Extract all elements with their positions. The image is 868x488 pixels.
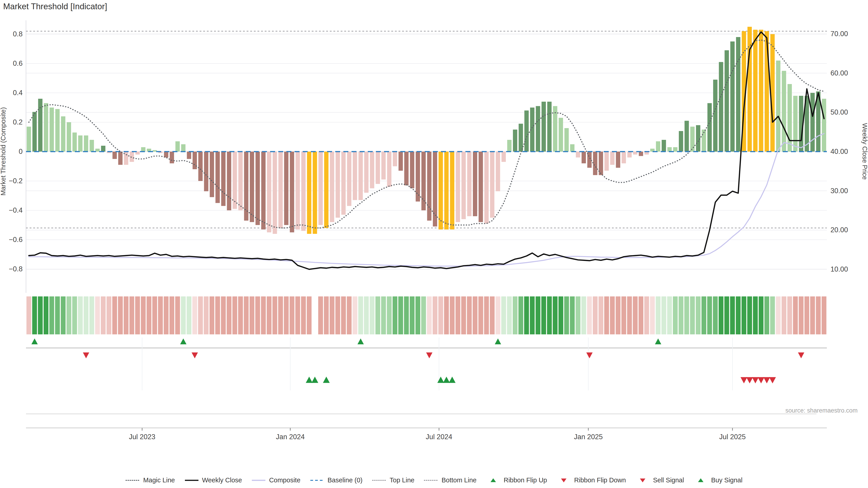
ribbon-cell: [702, 296, 706, 334]
ribbon-flip-up-marker: [655, 338, 661, 344]
composite-line: [29, 133, 824, 266]
line-swatch-icon: [184, 477, 199, 484]
threshold-bar: [490, 152, 494, 218]
buy-signal-marker: [311, 377, 318, 383]
threshold-bar: [61, 116, 65, 152]
ribbon-cell: [456, 296, 460, 334]
threshold-bar: [427, 152, 432, 221]
ribbon-cell: [55, 296, 60, 334]
legend-item-label: Composite: [269, 477, 301, 484]
legend-item: Ribbon Flip Up: [486, 477, 547, 484]
ribbon-cell: [593, 296, 597, 334]
ribbon-cell: [559, 296, 563, 334]
ribbon-cell: [358, 296, 363, 334]
x-tick-label: Jul 2024: [426, 433, 452, 441]
left-tick-label: −0.6: [9, 236, 23, 243]
ribbon-cell: [106, 296, 111, 334]
threshold-bar: [582, 152, 586, 163]
threshold-bar: [444, 152, 448, 230]
ribbon-cell: [295, 296, 300, 334]
ribbon-cell: [639, 296, 643, 334]
threshold-bar: [90, 140, 94, 152]
legend-item: Sell Signal: [636, 477, 684, 484]
ribbon-cell: [141, 296, 146, 334]
legend-item-label: Ribbon Flip Down: [574, 477, 626, 484]
ribbon-cell: [158, 296, 163, 334]
legend-item-label: Baseline (0): [328, 477, 363, 484]
threshold-bar: [787, 84, 792, 152]
threshold-bar: [296, 152, 300, 230]
ribbon-cell: [535, 296, 540, 334]
threshold-bar: [181, 144, 185, 152]
ribbon-cell: [650, 296, 655, 334]
threshold-bar: [227, 152, 231, 210]
legend-item: Bottom Line: [424, 477, 476, 484]
threshold-bar: [255, 152, 260, 225]
ribbon-cell: [250, 296, 254, 334]
threshold-bar: [244, 152, 248, 221]
threshold-bar: [507, 140, 512, 152]
threshold-bar: [559, 118, 563, 152]
ribbon-cell: [684, 296, 689, 334]
threshold-bar: [307, 152, 311, 234]
chart-legend: Magic LineWeekly CloseCompositeBaseline …: [0, 477, 868, 484]
ribbon-cell: [758, 296, 763, 334]
ribbon-cell: [776, 296, 780, 334]
threshold-bar: [72, 133, 77, 152]
ribbon-cell: [95, 296, 100, 334]
ribbon-cell: [673, 296, 678, 334]
threshold-bar: [593, 152, 597, 175]
threshold-bar: [38, 99, 42, 152]
ribbon-cell: [467, 296, 472, 334]
ribbon-cell: [799, 296, 804, 334]
ribbon-cell: [644, 296, 649, 334]
threshold-bar: [725, 51, 729, 152]
ribbon-cell: [352, 296, 358, 334]
ribbon-cell: [707, 296, 712, 334]
threshold-bar: [570, 144, 575, 152]
threshold-bar: [673, 147, 677, 152]
ribbon-cell: [164, 296, 168, 334]
ribbon-cell: [364, 296, 369, 334]
ribbon-cell: [461, 296, 466, 334]
threshold-bar: [221, 152, 225, 206]
ribbon-cell: [381, 296, 386, 334]
ribbon-cell: [89, 296, 94, 334]
ribbon-cell: [661, 296, 666, 334]
ribbon-cell: [336, 296, 340, 334]
line-swatch-icon: [310, 477, 324, 484]
threshold-bar: [662, 140, 666, 152]
threshold-bar: [622, 152, 626, 163]
ribbon-cell: [518, 296, 523, 334]
ribbon-cell: [78, 296, 83, 334]
threshold-bar: [456, 152, 460, 222]
ribbon-cell: [433, 296, 437, 334]
ribbon-cell: [135, 296, 140, 334]
threshold-bar: [610, 152, 614, 165]
threshold-bar: [684, 121, 689, 152]
ribbon-cell: [816, 296, 820, 334]
threshold-bar: [393, 152, 397, 166]
source-note: source: sharemaestro.com: [785, 407, 858, 414]
sell-signal-marker: [763, 377, 770, 383]
buy-signal-marker: [323, 377, 330, 383]
threshold-bar: [765, 31, 769, 152]
ribbon-cell: [387, 296, 392, 334]
ribbon-flip-down-marker: [83, 352, 89, 358]
ribbon-cell: [587, 296, 592, 334]
ribbon-cell: [244, 296, 249, 334]
ribbon-cell: [410, 296, 414, 334]
ribbon-cell: [341, 296, 346, 334]
buy-signal-marker: [306, 377, 313, 383]
ribbon-cell: [478, 296, 483, 334]
threshold-bar: [478, 152, 483, 222]
legend-item-label: Bottom Line: [441, 477, 476, 484]
ribbon-cell: [324, 296, 329, 334]
ribbon-cell: [747, 296, 752, 334]
ribbon-cell: [101, 296, 105, 334]
ribbon-cell: [473, 296, 477, 334]
legend-item-label: Ribbon Flip Up: [504, 477, 547, 484]
ribbon-cell: [598, 296, 603, 334]
ribbon-cell: [38, 296, 43, 334]
ribbon-cell: [255, 296, 260, 334]
